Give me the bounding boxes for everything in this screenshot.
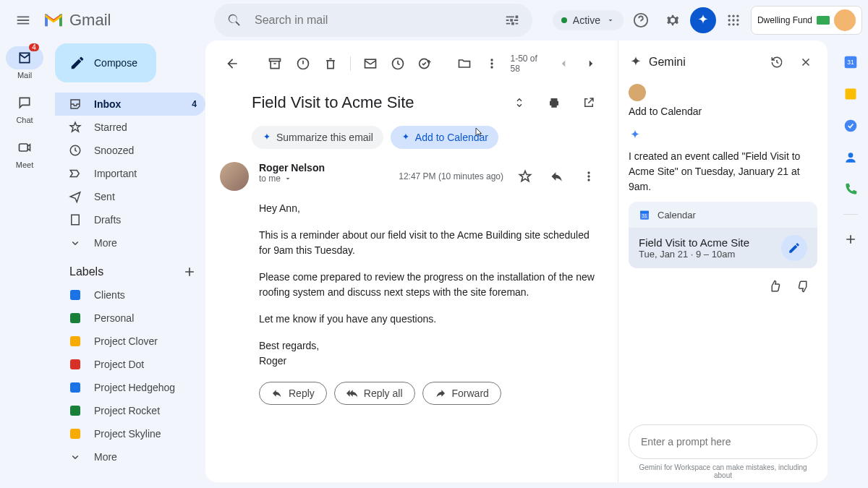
forward-button[interactable]: Forward — [422, 382, 501, 405]
mark-unread-button[interactable] — [358, 49, 383, 78]
rail-meet[interactable]: Meet — [6, 136, 43, 169]
nav-important[interactable]: Important — [55, 162, 205, 185]
inbox-icon — [68, 98, 82, 111]
history-button[interactable] — [765, 51, 788, 74]
search-input[interactable] — [249, 14, 498, 27]
calendar-icon: 31 — [843, 55, 858, 69]
addon-calendar[interactable]: 31 — [843, 55, 858, 69]
snooze-button[interactable] — [386, 49, 410, 78]
search-bar[interactable] — [214, 4, 532, 37]
gemini-input[interactable] — [641, 436, 805, 448]
addon-contacts[interactable] — [843, 150, 858, 165]
caret-down-icon — [284, 174, 292, 183]
add-calendar-chip[interactable]: Add to Calendar — [391, 126, 498, 149]
label-color-icon — [70, 382, 80, 393]
next-page-button[interactable] — [579, 49, 603, 78]
label-project-skyline[interactable]: Project Skyline — [55, 422, 205, 445]
label-project-rocket[interactable]: Project Rocket — [55, 399, 205, 422]
nav-more[interactable]: More — [55, 231, 205, 254]
rail-mail[interactable]: 4 Mail — [6, 46, 43, 80]
label-more[interactable]: More — [55, 445, 205, 468]
open-new-icon — [582, 96, 595, 109]
reply-icon-button[interactable] — [542, 162, 571, 191]
nav-starred[interactable]: Starred — [55, 116, 205, 139]
print-button[interactable] — [540, 88, 569, 117]
nav-snoozed[interactable]: Snoozed — [55, 139, 205, 162]
apps-button[interactable] — [719, 6, 748, 35]
arrow-left-icon — [225, 56, 239, 71]
svg-rect-11 — [20, 144, 28, 151]
reply-button[interactable]: Reply — [259, 382, 327, 405]
svg-point-2 — [732, 15, 734, 17]
back-button[interactable] — [220, 49, 244, 78]
folder-icon — [457, 56, 472, 71]
gemini-button[interactable] — [690, 7, 716, 33]
addon-add[interactable] — [843, 232, 858, 247]
edit-event-button[interactable] — [781, 235, 807, 261]
nav-drafts[interactable]: Drafts — [55, 208, 205, 231]
move-button[interactable] — [452, 49, 477, 78]
addon-keep[interactable] — [843, 87, 858, 101]
addon-voice[interactable] — [843, 182, 858, 197]
nav-sent[interactable]: Sent — [55, 185, 205, 208]
summarize-chip[interactable]: Summarize this email — [252, 126, 383, 149]
reply-all-button[interactable]: Reply all — [334, 382, 415, 405]
addon-tasks[interactable] — [843, 119, 858, 133]
main-menu-button[interactable] — [9, 6, 38, 35]
chevron-left-icon — [557, 57, 570, 70]
svg-text:31: 31 — [847, 59, 854, 66]
rail-chat[interactable]: Chat — [6, 91, 43, 124]
event-time: Tue, Jan 21 · 9 – 10am — [639, 249, 749, 260]
settings-button[interactable] — [658, 6, 687, 35]
msg-more-button[interactable] — [574, 162, 603, 191]
label-project-clover[interactable]: Project Clover — [55, 330, 205, 353]
label-clients[interactable]: Clients — [55, 283, 205, 307]
search-button[interactable] — [220, 6, 249, 35]
calendar-icon: 31 — [639, 209, 650, 221]
pencil-icon — [788, 241, 801, 254]
support-button[interactable] — [626, 6, 655, 35]
prev-page-button[interactable] — [551, 49, 576, 78]
thumbs-up-button[interactable] — [764, 275, 786, 297]
recipient-line[interactable]: to me — [259, 174, 388, 184]
status-chip[interactable]: Active — [553, 10, 624, 30]
archive-button[interactable] — [263, 49, 287, 78]
user-avatar[interactable] — [834, 9, 856, 31]
svg-point-8 — [732, 23, 734, 25]
phone-icon — [843, 182, 858, 197]
page-info: 1-50 of 58 — [510, 53, 543, 74]
thumbs-up-icon — [768, 280, 781, 293]
print-icon — [548, 96, 561, 109]
add-task-button[interactable] — [413, 49, 438, 78]
thumbs-down-button[interactable] — [793, 275, 814, 297]
search-options-button[interactable] — [498, 6, 527, 35]
label-color-icon — [70, 429, 80, 439]
gemini-title: Gemini — [649, 56, 760, 69]
delete-button[interactable] — [318, 49, 343, 78]
plus-icon[interactable] — [182, 265, 197, 279]
more-icon — [68, 236, 82, 249]
svg-rect-13 — [72, 215, 80, 225]
popout-button[interactable] — [574, 88, 603, 117]
label-project-hedgehog[interactable]: Project Hedgehog — [55, 376, 205, 399]
svg-point-7 — [728, 23, 730, 25]
more-actions-button[interactable] — [480, 49, 504, 78]
thumbs-down-icon — [797, 280, 810, 293]
plus-icon — [843, 232, 858, 247]
calendar-card[interactable]: 31 Calendar Field Visit to Acme Site Tue… — [629, 202, 817, 268]
nav-inbox[interactable]: Inbox4 — [55, 93, 205, 116]
svg-point-9 — [736, 23, 739, 25]
hamburger-icon — [15, 12, 31, 28]
star-button[interactable] — [511, 162, 540, 191]
close-gemini-button[interactable] — [794, 51, 817, 74]
label-personal[interactable]: Personal — [55, 307, 205, 330]
spam-button[interactable] — [290, 49, 315, 78]
sender-avatar[interactable] — [220, 162, 249, 191]
org-name: Dwelling Fund — [757, 16, 812, 25]
keep-icon — [843, 87, 858, 101]
org-chip[interactable]: Dwelling Fund — [751, 6, 862, 35]
compose-button[interactable]: Compose — [55, 43, 156, 82]
gemini-input-container[interactable] — [629, 424, 817, 459]
label-project-dot[interactable]: Project Dot — [55, 353, 205, 376]
expand-button[interactable] — [505, 88, 534, 117]
